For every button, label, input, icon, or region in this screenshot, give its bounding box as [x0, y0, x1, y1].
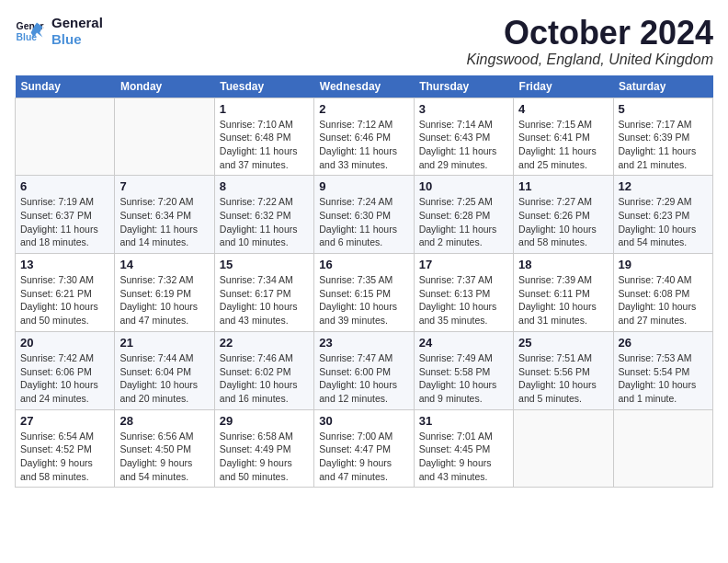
calendar-week: 13Sunrise: 7:30 AM Sunset: 6:21 PM Dayli…: [16, 254, 713, 332]
day-detail: Sunrise: 6:54 AM Sunset: 4:52 PM Dayligh…: [20, 430, 109, 484]
weekday-header: Wednesday: [314, 75, 414, 98]
day-detail: Sunrise: 7:51 AM Sunset: 5:56 PM Dayligh…: [518, 351, 608, 406]
calendar-cell: 27Sunrise: 6:54 AM Sunset: 4:52 PM Dayli…: [16, 409, 115, 488]
day-number: 18: [518, 258, 608, 271]
calendar-cell: 14Sunrise: 7:32 AM Sunset: 6:19 PM Dayli…: [115, 254, 214, 332]
day-number: 23: [319, 336, 408, 350]
logo-icon: General Blue: [15, 17, 44, 46]
day-number: 13: [20, 258, 109, 271]
calendar-cell: 23Sunrise: 7:47 AM Sunset: 6:00 PM Dayli…: [314, 331, 414, 409]
calendar-cell: 2Sunrise: 7:12 AM Sunset: 6:46 PM Daylig…: [314, 98, 414, 176]
calendar-cell: 1Sunrise: 7:10 AM Sunset: 6:48 PM Daylig…: [214, 98, 313, 176]
day-number: 1: [220, 102, 309, 116]
weekday-header: Saturday: [613, 75, 712, 98]
day-number: 7: [119, 179, 209, 193]
calendar-cell: [613, 409, 712, 488]
calendar-cell: 7Sunrise: 7:20 AM Sunset: 6:34 PM Daylig…: [115, 176, 214, 254]
calendar-cell: 21Sunrise: 7:44 AM Sunset: 6:04 PM Dayli…: [115, 331, 214, 409]
day-number: 10: [419, 179, 508, 193]
day-detail: Sunrise: 7:32 AM Sunset: 6:19 PM Dayligh…: [119, 273, 209, 327]
day-detail: Sunrise: 7:44 AM Sunset: 6:04 PM Dayligh…: [119, 351, 209, 406]
calendar-table: SundayMondayTuesdayWednesdayThursdayFrid…: [15, 75, 713, 488]
calendar-cell: 6Sunrise: 7:19 AM Sunset: 6:37 PM Daylig…: [16, 176, 115, 254]
day-number: 28: [119, 414, 209, 428]
calendar-cell: [514, 409, 613, 488]
day-detail: Sunrise: 7:27 AM Sunset: 6:26 PM Dayligh…: [518, 195, 608, 249]
day-detail: Sunrise: 7:46 AM Sunset: 6:02 PM Dayligh…: [220, 351, 309, 406]
day-number: 26: [619, 336, 708, 350]
day-detail: Sunrise: 7:34 AM Sunset: 6:17 PM Dayligh…: [220, 273, 309, 327]
day-number: 6: [20, 179, 109, 193]
header-row: SundayMondayTuesdayWednesdayThursdayFrid…: [16, 75, 713, 98]
calendar-week: 27Sunrise: 6:54 AM Sunset: 4:52 PM Dayli…: [16, 409, 713, 488]
day-detail: Sunrise: 7:30 AM Sunset: 6:21 PM Dayligh…: [20, 273, 109, 327]
calendar-week: 6Sunrise: 7:19 AM Sunset: 6:37 PM Daylig…: [16, 176, 713, 254]
day-number: 14: [119, 258, 209, 271]
day-number: 19: [619, 258, 708, 271]
day-number: 11: [518, 179, 608, 193]
logo-line1: General: [51, 15, 103, 31]
calendar-cell: 19Sunrise: 7:40 AM Sunset: 6:08 PM Dayli…: [613, 254, 712, 332]
day-number: 22: [220, 336, 309, 350]
day-detail: Sunrise: 7:29 AM Sunset: 6:23 PM Dayligh…: [619, 195, 708, 249]
day-detail: Sunrise: 7:25 AM Sunset: 6:28 PM Dayligh…: [419, 195, 508, 249]
logo-line2: Blue: [51, 31, 103, 48]
day-detail: Sunrise: 7:01 AM Sunset: 4:45 PM Dayligh…: [419, 430, 508, 484]
day-number: 21: [119, 336, 209, 350]
day-number: 8: [220, 179, 309, 193]
calendar-cell: 31Sunrise: 7:01 AM Sunset: 4:45 PM Dayli…: [414, 409, 513, 488]
day-detail: Sunrise: 7:53 AM Sunset: 5:54 PM Dayligh…: [619, 351, 708, 406]
day-detail: Sunrise: 7:10 AM Sunset: 6:48 PM Dayligh…: [220, 118, 309, 172]
calendar-cell: 24Sunrise: 7:49 AM Sunset: 5:58 PM Dayli…: [414, 331, 513, 409]
day-detail: Sunrise: 7:24 AM Sunset: 6:30 PM Dayligh…: [319, 195, 408, 249]
day-detail: Sunrise: 7:22 AM Sunset: 6:32 PM Dayligh…: [220, 195, 309, 249]
calendar-cell: 8Sunrise: 7:22 AM Sunset: 6:32 PM Daylig…: [214, 176, 313, 254]
calendar-cell: 5Sunrise: 7:17 AM Sunset: 6:39 PM Daylig…: [613, 98, 712, 176]
day-number: 31: [419, 414, 508, 428]
day-detail: Sunrise: 7:14 AM Sunset: 6:43 PM Dayligh…: [419, 118, 508, 172]
calendar-cell: 4Sunrise: 7:15 AM Sunset: 6:41 PM Daylig…: [514, 98, 613, 176]
day-number: 25: [518, 336, 608, 350]
day-detail: Sunrise: 7:49 AM Sunset: 5:58 PM Dayligh…: [419, 351, 508, 406]
day-number: 15: [220, 258, 309, 271]
calendar-cell: [16, 98, 115, 176]
weekday-header: Tuesday: [214, 75, 313, 98]
calendar-cell: 16Sunrise: 7:35 AM Sunset: 6:15 PM Dayli…: [314, 254, 414, 332]
calendar-cell: 17Sunrise: 7:37 AM Sunset: 6:13 PM Dayli…: [414, 254, 513, 332]
day-number: 2: [319, 102, 408, 116]
day-number: 24: [419, 336, 508, 350]
calendar-cell: 28Sunrise: 6:56 AM Sunset: 4:50 PM Dayli…: [115, 409, 214, 488]
day-number: 30: [319, 414, 408, 428]
day-number: 27: [20, 414, 109, 428]
weekday-header: Monday: [115, 75, 214, 98]
day-detail: Sunrise: 7:12 AM Sunset: 6:46 PM Dayligh…: [319, 118, 408, 172]
weekday-header: Sunday: [16, 75, 115, 98]
calendar-cell: 26Sunrise: 7:53 AM Sunset: 5:54 PM Dayli…: [613, 331, 712, 409]
calendar-cell: 13Sunrise: 7:30 AM Sunset: 6:21 PM Dayli…: [16, 254, 115, 332]
day-number: 3: [419, 102, 508, 116]
calendar-cell: 3Sunrise: 7:14 AM Sunset: 6:43 PM Daylig…: [414, 98, 513, 176]
day-detail: Sunrise: 7:37 AM Sunset: 6:13 PM Dayligh…: [419, 273, 508, 327]
day-number: 17: [419, 258, 508, 271]
day-number: 9: [319, 179, 408, 193]
day-detail: Sunrise: 6:56 AM Sunset: 4:50 PM Dayligh…: [119, 430, 209, 484]
calendar-cell: 12Sunrise: 7:29 AM Sunset: 6:23 PM Dayli…: [613, 176, 712, 254]
day-number: 20: [20, 336, 109, 350]
day-detail: Sunrise: 7:20 AM Sunset: 6:34 PM Dayligh…: [119, 195, 209, 249]
day-number: 5: [619, 102, 708, 116]
page-header: General Blue General Blue October 2024 K…: [15, 15, 713, 68]
day-detail: Sunrise: 7:35 AM Sunset: 6:15 PM Dayligh…: [319, 273, 408, 327]
day-detail: Sunrise: 7:17 AM Sunset: 6:39 PM Dayligh…: [619, 118, 708, 172]
day-detail: Sunrise: 6:58 AM Sunset: 4:49 PM Dayligh…: [220, 430, 309, 484]
day-detail: Sunrise: 7:47 AM Sunset: 6:00 PM Dayligh…: [319, 351, 408, 406]
day-detail: Sunrise: 7:15 AM Sunset: 6:41 PM Dayligh…: [518, 118, 608, 172]
calendar-cell: 20Sunrise: 7:42 AM Sunset: 6:06 PM Dayli…: [16, 331, 115, 409]
calendar-week: 1Sunrise: 7:10 AM Sunset: 6:48 PM Daylig…: [16, 98, 713, 176]
calendar-cell: [115, 98, 214, 176]
calendar-week: 20Sunrise: 7:42 AM Sunset: 6:06 PM Dayli…: [16, 331, 713, 409]
calendar-cell: 15Sunrise: 7:34 AM Sunset: 6:17 PM Dayli…: [214, 254, 313, 332]
calendar-cell: 10Sunrise: 7:25 AM Sunset: 6:28 PM Dayli…: [414, 176, 513, 254]
calendar-cell: 25Sunrise: 7:51 AM Sunset: 5:56 PM Dayli…: [514, 331, 613, 409]
calendar-cell: 9Sunrise: 7:24 AM Sunset: 6:30 PM Daylig…: [314, 176, 414, 254]
calendar-cell: 11Sunrise: 7:27 AM Sunset: 6:26 PM Dayli…: [514, 176, 613, 254]
